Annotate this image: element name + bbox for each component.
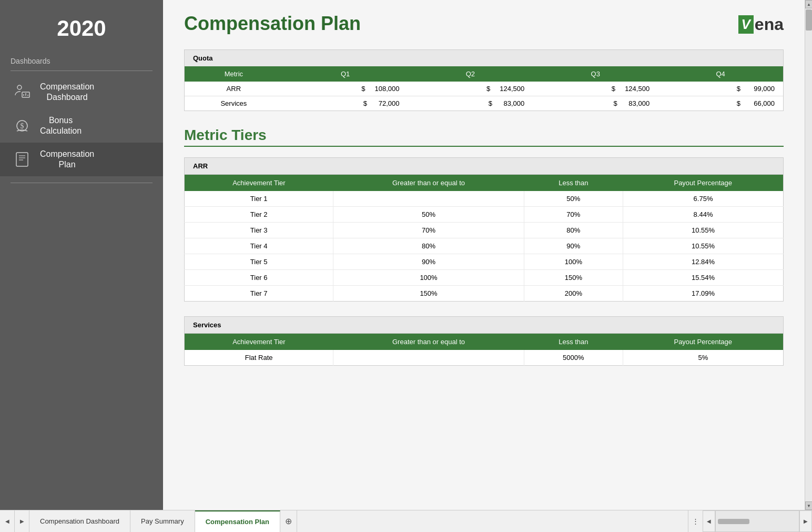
arr-tier3-lt: 80% — [524, 223, 623, 238]
tab-compensation-dashboard[interactable]: Compensation Dashboard — [29, 510, 130, 532]
quota-section: Quota Metric Q1 Q2 Q3 Q4 — [184, 49, 784, 111]
vena-logo-text: ena — [755, 15, 784, 34]
tab-add-btn[interactable]: ⊕ — [280, 510, 297, 532]
services-flatrate-lt: 5000% — [524, 350, 623, 366]
dashboard-icon — [11, 81, 34, 104]
tab-scrollbar — [715, 510, 799, 532]
content-header: Compensation Plan V ena — [184, 13, 784, 35]
arr-row-tier4: Tier 4 80% 90% 10.55% — [185, 238, 784, 254]
services-col-payout: Payout Percentage — [623, 334, 784, 350]
sidebar-item-compensation-dashboard[interactable]: CompensationDashboard — [0, 75, 163, 109]
sidebar-label-compensation-dashboard: CompensationDashboard — [40, 82, 94, 103]
content-inner: Compensation Plan V ena Quota Metric — [163, 0, 805, 401]
arr-col-achievement: Achievement Tier — [185, 175, 333, 192]
vena-logo-v: V — [738, 15, 754, 34]
tab-prev-btn[interactable]: ◀ — [0, 510, 15, 532]
arr-tier6-lt: 150% — [524, 270, 623, 286]
quota-services-q3: $ 83,000 — [533, 96, 658, 111]
arr-row-tier7: Tier 7 150% 200% 17.09% — [185, 286, 784, 302]
arr-tier1-gte — [333, 191, 524, 207]
tab-options-btn[interactable]: ⋮ — [688, 510, 703, 532]
quota-services-q2: $ 83,000 — [408, 96, 533, 111]
arr-row-tier5: Tier 5 90% 100% 12.84% — [185, 254, 784, 270]
metric-tiers-divider — [184, 146, 784, 147]
quota-col-q4: Q4 — [658, 66, 783, 82]
tab-scrollbar-thumb[interactable] — [718, 519, 749, 524]
services-tier-section: Services Achievement Tier Greater than o… — [184, 316, 784, 366]
svg-rect-7 — [16, 153, 28, 166]
arr-tier-section: ARR Achievement Tier Greater than or equ… — [184, 157, 784, 302]
tab-pay-summary-label: Pay Summary — [141, 517, 184, 525]
services-col-gte: Greater than or equal to — [333, 334, 524, 350]
arr-tier7-payout: 17.09% — [623, 286, 784, 302]
scrollbar-up-btn[interactable]: ▲ — [805, 0, 812, 8]
metric-tiers-heading: Metric Tiers — [184, 127, 784, 144]
quota-col-q1: Q1 — [283, 66, 408, 82]
arr-tier4-name: Tier 4 — [185, 238, 333, 254]
services-flatrate-gte — [333, 350, 524, 366]
scrollbar-thumb[interactable] — [806, 9, 812, 31]
arr-tier3-payout: 10.55% — [623, 223, 784, 238]
sidebar-item-compensation-plan[interactable]: CompensationPlan — [0, 143, 163, 176]
services-tier-table: Achievement Tier Greater than or equal t… — [184, 333, 784, 366]
vena-logo: V ena — [738, 15, 784, 34]
services-flatrate-name: Flat Rate — [185, 350, 333, 366]
quota-services-q1: $ 72,000 — [283, 96, 408, 111]
tab-scroll-left-btn[interactable]: ◀ — [703, 510, 715, 532]
arr-tier2-lt: 70% — [524, 207, 623, 223]
arr-tier5-gte: 90% — [333, 254, 524, 270]
services-col-achievement: Achievement Tier — [185, 334, 333, 350]
quota-row-arr: ARR $ 108,000 $ 124,500 $ 124,500 $ 99,0… — [185, 82, 783, 96]
sidebar-item-bonus-calculation[interactable]: $ BonusCalculation — [0, 109, 163, 143]
book-icon — [11, 148, 34, 171]
sidebar-nav: CompensationDashboard $ BonusCalculation — [0, 75, 163, 176]
quota-arr-q4: $ 99,000 — [658, 82, 783, 96]
quota-services-q4: $ 66,000 — [658, 96, 783, 111]
arr-tier3-gte: 70% — [333, 223, 524, 238]
quota-header: Quota — [185, 50, 783, 66]
svg-text:$: $ — [21, 122, 24, 130]
services-section-header: Services — [184, 316, 784, 333]
arr-tier6-name: Tier 6 — [185, 270, 333, 286]
services-flatrate-payout: 5% — [623, 350, 784, 366]
arr-tier2-payout: 8.44% — [623, 207, 784, 223]
arr-section-header: ARR — [184, 157, 784, 174]
arr-tier5-name: Tier 5 — [185, 254, 333, 270]
quota-col-q2: Q2 — [408, 66, 533, 82]
arr-tier7-name: Tier 7 — [185, 286, 333, 302]
bonus-icon: $ — [11, 114, 34, 137]
tab-compensation-plan[interactable]: Compensation Plan — [195, 510, 280, 532]
services-col-lt: Less than — [524, 334, 623, 350]
tab-next-btn[interactable]: ▶ — [15, 510, 29, 532]
sidebar-bottom-divider — [11, 183, 153, 183]
arr-tier2-name: Tier 2 — [185, 207, 333, 223]
metric-tiers-section: Metric Tiers ARR Achievement Tier Greate… — [184, 127, 784, 366]
quota-table: Metric Q1 Q2 Q3 Q4 ARR $ — [185, 66, 783, 111]
arr-col-lt: Less than — [524, 175, 623, 192]
arr-tier-table: Achievement Tier Greater than or equal t… — [184, 174, 784, 302]
page-title: Compensation Plan — [184, 13, 361, 35]
arr-tier6-payout: 15.54% — [623, 270, 784, 286]
app-container: 2020 Dashboards — [0, 0, 812, 532]
sidebar-label-compensation-plan: CompensationPlan — [40, 149, 94, 170]
arr-row-tier3: Tier 3 70% 80% 10.55% — [185, 223, 784, 238]
arr-tier4-gte: 80% — [333, 238, 524, 254]
arr-tier4-lt: 90% — [524, 238, 623, 254]
arr-tier1-lt: 50% — [524, 191, 623, 207]
scrollbar-track[interactable] — [805, 8, 812, 501]
tab-scroll-right-btn[interactable]: ▶ — [799, 510, 812, 532]
tab-spacer — [297, 510, 688, 532]
arr-col-gte: Greater than or equal to — [333, 175, 524, 192]
quota-arr-q2: $ 124,500 — [408, 82, 533, 96]
scrollbar[interactable]: ▲ ▼ — [805, 0, 812, 510]
tab-pay-summary[interactable]: Pay Summary — [130, 510, 195, 532]
arr-tier7-gte: 150% — [333, 286, 524, 302]
svg-point-0 — [17, 85, 22, 89]
arr-tier1-payout: 6.75% — [623, 191, 784, 207]
arr-tier5-lt: 100% — [524, 254, 623, 270]
quota-row-services: Services $ 72,000 $ 83,000 $ 83,000 $ 66… — [185, 96, 783, 111]
scrollbar-down-btn[interactable]: ▼ — [805, 501, 812, 510]
sidebar-year: 2020 — [0, 0, 163, 52]
quota-services-metric: Services — [185, 96, 283, 111]
quota-arr-metric: ARR — [185, 82, 283, 96]
